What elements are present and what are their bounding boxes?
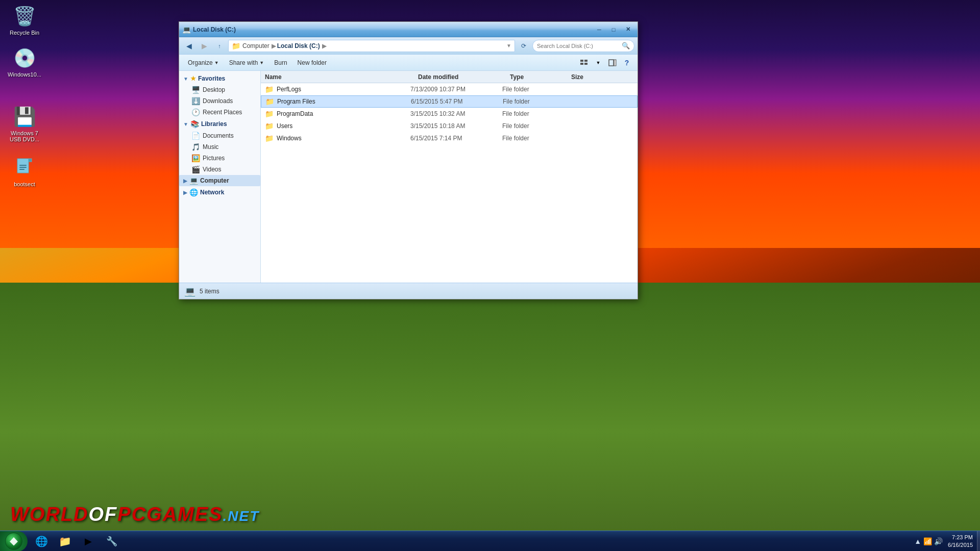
start-orb — [5, 533, 22, 550]
maximize-button[interactable]: □ — [607, 24, 620, 35]
file-folder-icon-0: 📁 — [265, 85, 274, 93]
help-button[interactable]: ? — [620, 57, 633, 69]
svg-rect-7 — [19, 169, 24, 170]
col-type-header[interactable]: Type — [510, 73, 571, 81]
show-desktop-button[interactable] — [977, 531, 980, 552]
file-name-1: Program Files — [277, 98, 411, 105]
file-row-4[interactable]: 📁 Windows 6/15/2015 7:14 PM File folder — [261, 132, 638, 144]
tray-date: 6/16/2015 — [948, 541, 973, 548]
computer-label: Computer — [200, 177, 229, 184]
nav-item-videos[interactable]: 🎬 Videos — [179, 164, 260, 175]
tray-arrow-icon[interactable]: ▲ — [914, 537, 921, 545]
col-size-header[interactable]: Size — [571, 73, 622, 81]
toolbar-right: ▼ ? — [577, 57, 633, 69]
status-icon: 💻 — [184, 286, 195, 297]
nav-item-recent[interactable]: 🕐 Recent Places — [179, 107, 260, 118]
preview-pane-button[interactable] — [606, 57, 619, 69]
favorites-star-icon: ★ — [190, 75, 196, 82]
close-button[interactable]: ✕ — [621, 24, 634, 35]
new-folder-button[interactable]: New folder — [293, 57, 331, 69]
tray-clock[interactable]: 7:23 PM 6/16/2015 — [948, 534, 973, 548]
share-with-button[interactable]: Share with ▼ — [225, 57, 269, 69]
taskbar-network-tool[interactable]: 🔧 — [101, 532, 123, 550]
view-toggle-dropdown-icon: ▼ — [596, 60, 601, 65]
file-row-2[interactable]: 📁 ProgramData 3/15/2015 10:32 AM File fo… — [261, 108, 638, 120]
status-bar: 💻 5 items — [179, 283, 638, 299]
nav-item-documents[interactable]: 📄 Documents — [179, 130, 260, 141]
search-icon: 🔍 — [622, 42, 630, 49]
svg-rect-11 — [584, 63, 587, 65]
network-expand-icon: ▶ — [183, 190, 187, 195]
downloads-nav-label: Downloads — [203, 97, 233, 105]
minimize-button[interactable]: ─ — [593, 24, 606, 35]
organize-label: Organize — [188, 59, 213, 66]
file-date-4: 6/15/2015 7:14 PM — [410, 135, 502, 142]
recycle-bin-label: Recycle Bin — [10, 30, 39, 36]
file-area: Name Date modified Type Size 📁 PerfLogs … — [261, 71, 638, 283]
file-row-0[interactable]: 📁 PerfLogs 7/13/2009 10:37 PM File folde… — [261, 83, 638, 95]
libraries-section[interactable]: ▼ 📚 Libraries — [179, 118, 260, 130]
win10-dvd-image: 💿 — [12, 46, 37, 70]
col-name-header[interactable]: Name — [265, 73, 418, 81]
taskbar-media[interactable]: ▶ — [77, 532, 100, 550]
view-details-button[interactable] — [577, 57, 591, 69]
address-folder-icon: 📁 — [232, 42, 240, 50]
search-input[interactable] — [537, 43, 622, 49]
documents-nav-icon: 📄 — [191, 132, 200, 140]
network-section[interactable]: ▶ 🌐 Network — [179, 186, 260, 198]
forward-button[interactable]: ▶ — [198, 40, 211, 52]
nav-item-music[interactable]: 🎵 Music — [179, 141, 260, 153]
nav-item-desktop[interactable]: 🖥️ Desktop — [179, 84, 260, 95]
refresh-button[interactable]: ⟳ — [517, 40, 530, 52]
taskbar-ie[interactable]: 🌐 — [30, 532, 53, 550]
back-button[interactable]: ◀ — [182, 40, 195, 52]
start-button[interactable] — [0, 531, 28, 552]
bootsect-icon[interactable]: bootsect — [4, 156, 45, 187]
taskbar-folder[interactable]: 📁 — [54, 532, 76, 550]
file-folder-icon-3: 📁 — [265, 122, 274, 130]
burn-button[interactable]: Burn — [270, 57, 291, 69]
tray-volume-icon[interactable]: 🔊 — [934, 537, 943, 545]
up-button[interactable]: ↑ — [213, 40, 226, 52]
title-bar: 💻 Local Disk (C:) ─ □ ✕ — [179, 22, 638, 37]
toolbar: Organize ▼ Share with ▼ Burn New folder — [179, 55, 638, 71]
computer-section[interactable]: ▶ 💻 Computer — [179, 175, 260, 186]
tray-network-icon[interactable]: 📶 — [923, 537, 932, 545]
win7-dvd-label: Windows 7USB DVD... — [10, 130, 39, 142]
svg-rect-3 — [29, 159, 32, 162]
file-folder-icon-2: 📁 — [265, 110, 274, 118]
svg-rect-5 — [19, 165, 27, 166]
organize-button[interactable]: Organize ▼ — [183, 57, 224, 69]
file-date-0: 7/13/2009 10:37 PM — [410, 86, 502, 93]
bootsect-image — [12, 156, 37, 180]
file-row-3[interactable]: 📁 Users 3/15/2015 10:18 AM File folder — [261, 120, 638, 132]
file-row-1[interactable]: 📁 Program Files 6/15/2015 5:47 PM File f… — [261, 95, 638, 108]
svg-rect-13 — [614, 60, 616, 66]
music-nav-icon: 🎵 — [191, 143, 200, 151]
win10-dvd-icon[interactable]: 💿 Windows10... — [4, 46, 45, 78]
nav-item-downloads[interactable]: ⬇️ Downloads — [179, 95, 260, 107]
address-sep-2: ▶ — [322, 42, 327, 49]
address-computer: Computer — [242, 42, 270, 49]
watermark-of: OF — [89, 504, 118, 525]
view-toggle-button[interactable]: ▼ — [592, 57, 605, 69]
file-type-3: File folder — [502, 122, 564, 130]
recent-nav-icon: 🕐 — [191, 108, 200, 116]
burn-label: Burn — [274, 59, 287, 66]
win7-dvd-icon[interactable]: 💾 Windows 7USB DVD... — [4, 105, 45, 142]
win10-dvd-label: Windows10... — [8, 71, 41, 78]
col-date-header[interactable]: Date modified — [418, 73, 510, 81]
libraries-label: Libraries — [201, 120, 227, 128]
recycle-bin-icon[interactable]: 🗑️ Recycle Bin — [4, 4, 45, 36]
taskbar: 🌐 📁 ▶ 🔧 ▲ 📶 🔊 7:23 PM 6/16/2015 — [0, 531, 980, 551]
nav-item-pictures[interactable]: 🖼️ Pictures — [179, 153, 260, 164]
watermark-world: WORLD — [10, 504, 89, 525]
address-bar[interactable]: 📁 Computer ▶ Local Disk (C:) ▶ ▼ — [228, 40, 515, 52]
file-name-4: Windows — [277, 135, 410, 142]
favorites-section[interactable]: ▼ ★ Favorites — [179, 73, 260, 84]
file-date-2: 3/15/2015 10:32 AM — [410, 110, 502, 117]
videos-nav-label: Videos — [203, 166, 221, 173]
file-type-0: File folder — [502, 86, 564, 93]
pictures-nav-icon: 🖼️ — [191, 154, 200, 162]
watermark: WORLDOFPCGAMES.NET — [10, 504, 259, 525]
